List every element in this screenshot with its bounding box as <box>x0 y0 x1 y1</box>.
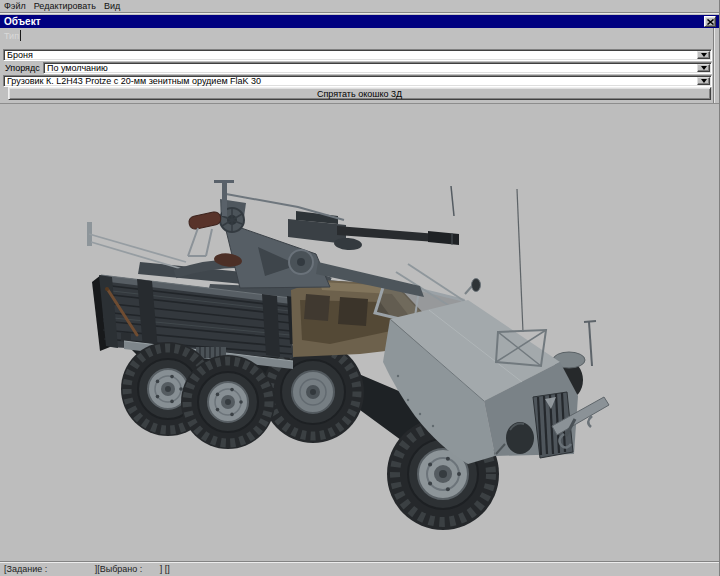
antenna-mast <box>589 322 592 366</box>
panel-right-edge <box>713 28 714 103</box>
3d-viewport[interactable] <box>0 103 720 561</box>
mirror <box>472 279 481 292</box>
dropdown-arrow-icon[interactable] <box>697 64 710 72</box>
order-combobox-value: По умолчанию <box>47 63 108 74</box>
order-label: Упорядс <box>5 63 40 73</box>
object-combobox[interactable]: Грузовик К. L2H43 Protze с 20-мм зенитны… <box>3 75 712 87</box>
status-bar: [Задание : ][Выбрано : ] [] <box>0 561 720 576</box>
menu-file[interactable]: Фэйл <box>3 1 31 11</box>
status-text: [Задание : ][Выбрано : ] [] <box>4 564 170 574</box>
text-caret <box>20 30 21 41</box>
menu-view[interactable]: Вид <box>103 1 125 11</box>
truck-3d-render <box>0 104 720 560</box>
type-combobox-value: Броня <box>7 50 33 61</box>
antenna <box>517 189 523 332</box>
close-icon <box>707 19 714 25</box>
taillight <box>121 333 131 341</box>
dropdown-arrow-icon[interactable] <box>697 77 710 85</box>
menu-bar: Фэйл Редактировать Вид <box>0 0 719 13</box>
window-title: Объект <box>0 16 41 27</box>
tab-type[interactable]: Тип <box>4 30 21 41</box>
headlight <box>506 422 534 454</box>
app-window: Фэйл Редактировать Вид Объект Тип Броня … <box>0 0 720 576</box>
tab-type-label: Тип <box>4 31 19 41</box>
order-combobox[interactable]: По умолчанию <box>43 62 712 74</box>
type-combobox[interactable]: Броня <box>3 49 712 61</box>
dropdown-arrow-icon[interactable] <box>697 51 710 59</box>
close-button[interactable] <box>704 16 716 27</box>
hide-3d-window-button[interactable]: Спрятать окошко 3Д <box>8 87 711 100</box>
antenna <box>451 186 454 216</box>
menu-edit[interactable]: Редактировать <box>33 1 101 11</box>
object-combobox-value: Грузовик К. L2H43 Protze с 20-мм зенитны… <box>7 76 261 87</box>
truck-wheel <box>181 355 275 449</box>
object-window-titlebar[interactable]: Объект <box>0 15 720 28</box>
